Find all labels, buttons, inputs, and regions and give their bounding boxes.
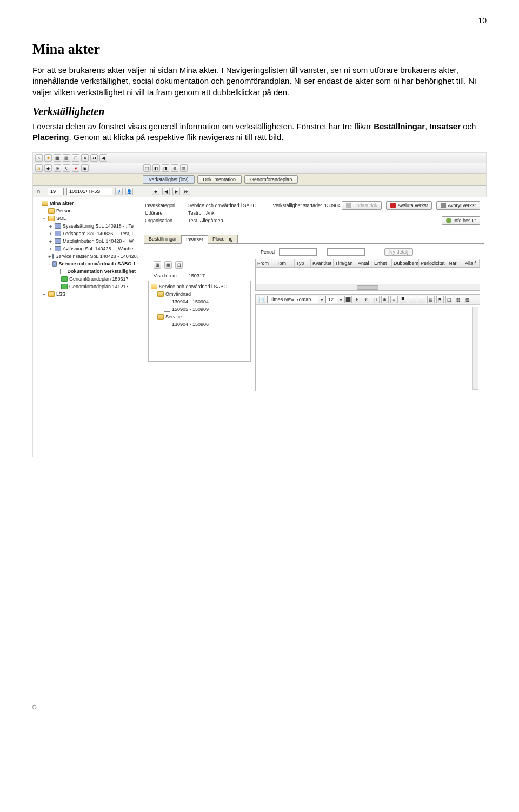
tb-btn-icon[interactable]: ◆ xyxy=(44,164,52,172)
tb-btn-icon[interactable]: ◧ xyxy=(152,164,160,172)
nav-next-icon[interactable]: ▶ xyxy=(172,188,180,195)
tab-dokumentation[interactable]: Dokumentation xyxy=(197,175,242,184)
tb-btn-icon[interactable]: ◨ xyxy=(162,164,169,172)
align-center-icon[interactable]: ≣ xyxy=(400,296,407,303)
grid-header-cell[interactable]: När xyxy=(447,259,463,267)
id-input[interactable] xyxy=(48,188,64,195)
bold-icon[interactable]: F xyxy=(354,296,361,303)
grid-header-cell[interactable]: Typ xyxy=(295,259,311,267)
expand-icon[interactable]: + xyxy=(42,290,46,298)
grid-header-cell[interactable]: Periodicitet xyxy=(419,259,447,267)
tree-item[interactable]: -Service och omvårdnad i SÄBO 1 xyxy=(33,260,138,268)
rtf-icon[interactable]: ◫ xyxy=(445,296,453,303)
tree-item[interactable]: Dokumentation Verkställighet xyxy=(33,268,138,275)
tb-btn-icon[interactable]: ⊕ xyxy=(171,164,178,172)
period-from-input[interactable] xyxy=(279,248,317,256)
expand-icon[interactable]: - xyxy=(42,215,46,222)
expand-icon[interactable]: - xyxy=(48,260,51,268)
sub-btn-icon[interactable]: ▦ xyxy=(164,261,172,269)
tab-bestallningar[interactable]: Beställningar xyxy=(144,235,182,243)
grid-header-cell[interactable]: Tom xyxy=(275,259,295,267)
tree-item[interactable]: Genomförandeplan 150317 xyxy=(33,275,138,283)
tree-item[interactable]: +Avlösning SoL 140428 - , Wache xyxy=(33,245,138,252)
scrollbar-thumb[interactable] xyxy=(357,285,378,290)
inner-tree-item[interactable]: 130904 - 150904 xyxy=(149,298,250,305)
color-icon[interactable]: ⬛ xyxy=(344,296,352,303)
code-input[interactable] xyxy=(66,188,112,195)
tab-placering[interactable]: Placering xyxy=(208,235,238,243)
sub-btn-icon[interactable]: ⊞ xyxy=(154,261,161,269)
tree-item[interactable]: +Sysselsättning SoL 140918 - , Te xyxy=(33,222,138,230)
rtf-icon[interactable]: ▨ xyxy=(464,296,471,303)
grid-header-cell[interactable]: Dubbelbem xyxy=(392,259,419,267)
tree-item[interactable]: +Ledsagare SoL 140826 - , Test, I xyxy=(33,230,138,237)
tb-btn-icon[interactable]: ▥ xyxy=(180,164,188,172)
tb-btn-icon[interactable]: A xyxy=(35,164,43,172)
nav-prev-icon[interactable]: ◀ xyxy=(162,188,170,195)
tree-item[interactable]: +Person xyxy=(33,207,138,215)
rtf-icon[interactable]: 📄 xyxy=(258,296,265,303)
btn-endast-dok[interactable]: Endast dok xyxy=(342,201,382,210)
expand-icon[interactable]: + xyxy=(48,222,53,230)
btn-ny-detalj[interactable]: Ny detalj xyxy=(384,248,413,256)
list-icon[interactable]: ☲ xyxy=(418,296,425,303)
rtf-icon[interactable]: ▧ xyxy=(455,296,462,303)
rtf-icon[interactable]: ⊕ xyxy=(381,296,389,303)
tb-btn-first-icon[interactable]: ⏮ xyxy=(90,154,98,162)
align-left-icon[interactable]: ≡ xyxy=(390,296,398,303)
tb-btn-star-icon[interactable]: ★ xyxy=(44,154,52,162)
person-icon[interactable]: 👤 xyxy=(125,188,133,195)
nav-first-icon[interactable]: ⏮ xyxy=(152,188,159,195)
expand-icon[interactable]: + xyxy=(48,252,51,260)
tab-verkstallighet[interactable]: Verkställighet (lov) xyxy=(143,175,195,184)
underline-icon[interactable]: U xyxy=(372,296,380,303)
grid-header-cell[interactable]: Enhet xyxy=(372,259,392,267)
tb-btn-prev-icon[interactable]: ◀ xyxy=(99,154,107,162)
tree-item[interactable]: +LSS xyxy=(33,290,138,298)
tb-btn-icon[interactable]: ⊞ xyxy=(72,154,79,162)
period-to-input[interactable] xyxy=(327,248,365,256)
tb-btn-home-icon[interactable]: ⌂ xyxy=(35,154,43,162)
expand-icon[interactable]: + xyxy=(48,237,53,245)
tab-genomforandeplan[interactable]: Genomförandeplan xyxy=(244,175,298,184)
rtf-icon[interactable]: ⚑ xyxy=(436,296,444,303)
expand-icon[interactable]: + xyxy=(48,230,53,237)
inner-tree-item[interactable]: Service och omvårdnad i SÄBO xyxy=(149,283,250,290)
nav-last-icon[interactable]: ⏭ xyxy=(183,188,190,195)
tb-btn-icon[interactable]: ♥ xyxy=(72,164,79,172)
tb-btn-icon[interactable]: ⊙ xyxy=(54,164,61,172)
rtf-scrollbar[interactable] xyxy=(472,307,478,390)
tb-btn-refresh-icon[interactable]: ↻ xyxy=(63,164,70,172)
tree-item[interactable]: Mina akter xyxy=(33,199,138,207)
tb-btn-icon[interactable]: ◫ xyxy=(143,164,151,172)
tree-item[interactable]: -SOL xyxy=(33,215,138,222)
rtf-icon[interactable]: ▤ xyxy=(427,296,435,303)
tb-btn-close-icon[interactable]: ✕ xyxy=(81,154,89,162)
tb-btn-icon[interactable]: ▦ xyxy=(54,154,61,162)
tree-item[interactable]: +Matdistribution SoL 140428 - , W xyxy=(33,237,138,245)
tb-btn-icon[interactable]: ▣ xyxy=(81,164,89,172)
tab-insatser[interactable]: Insatser xyxy=(181,235,208,244)
grid-header-cell[interactable]: From xyxy=(256,259,275,267)
grid-header-cell[interactable]: Antal xyxy=(356,259,372,267)
grid-header-cell[interactable]: Alla f xyxy=(463,259,480,267)
size-select[interactable]: 12 xyxy=(325,296,337,303)
inner-tree-item[interactable]: Service xyxy=(149,313,250,321)
tree-item[interactable]: +Serviceinsatser SoL 140428 - 140428, xyxy=(33,252,138,260)
align-right-icon[interactable]: ☰ xyxy=(409,296,416,303)
grid-scrollbar[interactable] xyxy=(256,284,480,290)
btn-info-beslut[interactable]: Info beslut xyxy=(442,216,480,225)
expand-icon[interactable]: + xyxy=(42,207,46,215)
btn-avsluta-verkst[interactable]: Avsluta verkst xyxy=(386,201,432,210)
sub-btn-icon[interactable]: ⊟ xyxy=(175,261,183,269)
search-icon[interactable]: ⚲ xyxy=(115,188,123,195)
inner-tree-item[interactable]: Omvårdnad xyxy=(149,290,250,298)
italic-icon[interactable]: K xyxy=(363,296,370,303)
btn-avbryt-verkst[interactable]: Avbryt verkst xyxy=(436,201,480,210)
tree-item[interactable]: Genomförandeplan 141217 xyxy=(33,283,138,290)
inner-tree-item[interactable]: 150905 - 150909 xyxy=(149,305,250,313)
expand-icon[interactable]: + xyxy=(48,245,53,252)
inner-tree-item[interactable]: 130904 - 150906 xyxy=(149,321,250,328)
tb-btn-icon[interactable]: ▤ xyxy=(63,154,70,162)
font-select[interactable]: Times New Roman xyxy=(267,296,318,303)
